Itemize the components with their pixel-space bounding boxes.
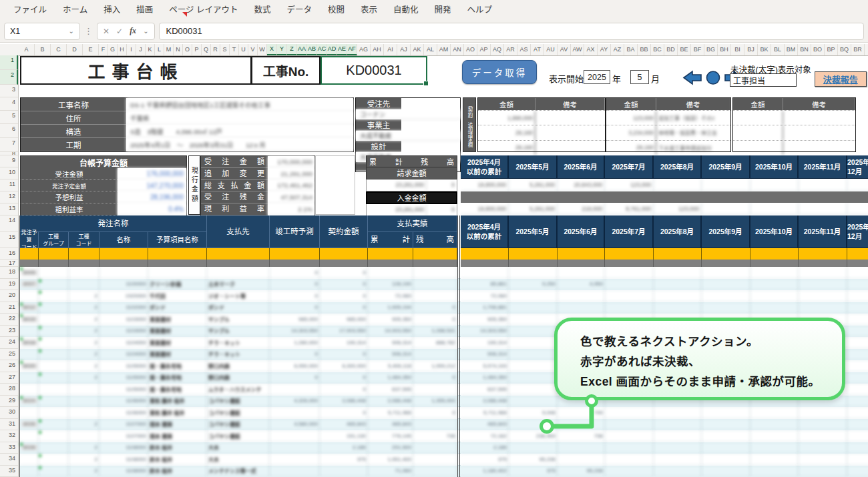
column-header-A[interactable]: A	[19, 44, 35, 55]
cell[interactable]	[39, 430, 69, 442]
cell[interactable]: 0	[320, 372, 368, 384]
cell[interactable]	[799, 290, 847, 302]
row-header-5[interactable]: 5	[0, 111, 18, 124]
cell[interactable]: 1,355,000	[413, 396, 457, 408]
cell[interactable]	[847, 430, 868, 442]
cell[interactable]	[750, 466, 799, 477]
row-header-4[interactable]: 4	[0, 97, 18, 111]
cell[interactable]	[750, 419, 799, 431]
cell[interactable]	[605, 279, 654, 291]
cell[interactable]: 8015	[20, 314, 39, 326]
column-header-BC[interactable]: BC	[651, 44, 664, 55]
cell[interactable]	[368, 267, 413, 279]
cell[interactable]	[750, 290, 799, 302]
cell[interactable]: 1105000	[99, 372, 148, 384]
row-header-10[interactable]: 10	[0, 167, 18, 179]
column-header-AG[interactable]: AG	[357, 44, 371, 55]
cell[interactable]	[413, 454, 457, 466]
ribbon-tab[interactable]: データ	[278, 0, 320, 20]
cell[interactable]: 776,145	[368, 430, 413, 442]
ribbon-tab[interactable]: 開発	[427, 0, 459, 20]
column-header-BO[interactable]: BO	[811, 44, 825, 55]
approval-report-button[interactable]: 決裁報告	[815, 71, 867, 87]
cell[interactable]	[702, 279, 750, 291]
cell[interactable]	[654, 279, 702, 291]
ribbon-tab[interactable]: ページ レイアウト	[161, 0, 246, 20]
cell[interactable]: 4,326,000	[270, 396, 320, 408]
cancel-icon[interactable]: ✕	[103, 27, 110, 36]
enter-icon[interactable]: ✓	[116, 27, 123, 36]
row-header-32[interactable]: 32	[0, 430, 18, 442]
cell[interactable]: チラ・キット	[207, 349, 270, 361]
cell[interactable]	[509, 314, 558, 326]
cell[interactable]: 465,843	[368, 419, 413, 431]
cell[interactable]: 72,060	[461, 290, 509, 302]
cell[interactable]: 8018	[20, 337, 39, 349]
cell[interactable]	[39, 290, 69, 302]
cell[interactable]: ボンド	[148, 302, 207, 314]
claim-remark[interactable]	[783, 125, 855, 139]
cell[interactable]	[270, 466, 320, 477]
cell[interactable]: 2	[69, 372, 99, 384]
column-header-BK[interactable]: BK	[758, 44, 771, 55]
cell[interactable]: 375	[320, 454, 368, 466]
info-value[interactable]: コーナン	[356, 109, 460, 119]
cell[interactable]: 1,484,350	[461, 372, 509, 384]
column-header-AJ[interactable]: AJ	[397, 44, 411, 55]
cell[interactable]: 14,303,550	[270, 326, 320, 338]
fetch-data-button[interactable]: データ取得	[462, 60, 537, 84]
cell[interactable]	[509, 290, 558, 302]
cell[interactable]	[750, 430, 799, 442]
column-header-V[interactable]: V	[248, 44, 258, 55]
row-header-30[interactable]: 30	[0, 407, 18, 419]
column-header-BL[interactable]: BL	[771, 44, 785, 55]
cell[interactable]	[461, 267, 509, 279]
cell[interactable]: 1100000	[99, 279, 148, 291]
cell[interactable]: 9,250	[509, 279, 558, 291]
column-header-AB[interactable]: AB	[307, 44, 317, 55]
cell[interactable]	[39, 326, 69, 338]
cell[interactable]	[605, 407, 654, 419]
cell[interactable]: 291,500	[368, 442, 413, 454]
cell[interactable]	[702, 442, 750, 454]
cell[interactable]	[702, 290, 750, 302]
month-value-cell[interactable]	[702, 179, 750, 191]
cell[interactable]	[847, 314, 868, 326]
ribbon-tab[interactable]: 表示	[353, 0, 385, 20]
cell[interactable]: 0	[413, 372, 457, 384]
cell[interactable]: 1103000	[99, 314, 148, 326]
select-all-corner[interactable]	[0, 44, 19, 56]
cell[interactable]	[39, 314, 69, 326]
column-header-BI[interactable]: BI	[731, 44, 744, 55]
cell[interactable]	[702, 430, 750, 442]
cell[interactable]: 畑本 建装	[148, 430, 207, 442]
cell[interactable]: 0	[320, 267, 368, 279]
cell[interactable]: 0	[320, 349, 368, 361]
cell[interactable]: コバヤシ建設	[207, 407, 270, 419]
cell[interactable]	[799, 442, 847, 454]
column-header-AL[interactable]: AL	[424, 44, 437, 55]
cell[interactable]	[847, 349, 868, 361]
cell[interactable]: 大木	[207, 442, 270, 454]
cell[interactable]	[847, 396, 868, 408]
column-header-Y[interactable]: Y	[277, 44, 287, 55]
column-header-AS[interactable]: AS	[517, 44, 531, 55]
info-value[interactable]: 2025年4月1日 〜 2026年3月31日 12ヶ月	[126, 138, 353, 151]
column-header-BR[interactable]: BR	[851, 44, 865, 55]
month-value-cell[interactable]: 8,761,000	[605, 203, 654, 215]
cell[interactable]: 17,903,550	[320, 326, 368, 338]
cell[interactable]	[39, 372, 69, 384]
cell[interactable]: 東和 藤井 桜井	[148, 396, 207, 408]
column-header-S[interactable]: S	[220, 44, 230, 55]
current-value[interactable]: 170,000,000	[268, 156, 314, 168]
column-header-BM[interactable]: BM	[785, 44, 798, 55]
current-value[interactable]: 172,461,462	[268, 180, 314, 192]
cell[interactable]	[847, 290, 868, 302]
column-header-BQ[interactable]: BQ	[838, 44, 851, 55]
column-header-BF[interactable]: BF	[691, 44, 704, 55]
cell[interactable]: 71,060	[368, 466, 413, 477]
cell[interactable]: 0	[320, 302, 368, 314]
claim-amount[interactable]: 29,160	[606, 141, 656, 155]
cell[interactable]	[207, 267, 270, 279]
cell[interactable]: 905,350	[368, 314, 413, 326]
